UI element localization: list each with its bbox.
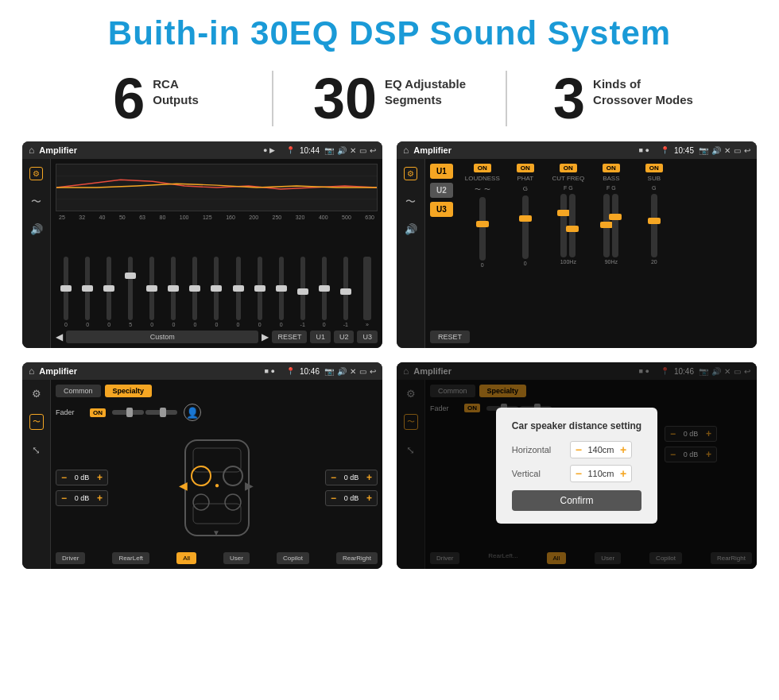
loudness-slider[interactable]: [479, 197, 486, 261]
db-control-bl: − 0 dB +: [56, 490, 108, 506]
confirm-button[interactable]: Confirm: [512, 490, 641, 511]
eq-slider-11: 0: [273, 257, 290, 327]
prev-arrow[interactable]: ◀: [56, 331, 63, 342]
eq-slider-track-12[interactable]: [300, 257, 305, 320]
speaker-sidebar-btn[interactable]: 🔊: [30, 223, 43, 235]
u2-tab[interactable]: U2: [430, 183, 453, 198]
reset-btn-s1[interactable]: RESET: [272, 331, 307, 343]
horizontal-plus[interactable]: +: [620, 443, 626, 456]
back-icon-3[interactable]: ↩: [370, 367, 376, 376]
phat-g-label: G: [523, 185, 528, 192]
back-icon-2[interactable]: ↩: [744, 146, 750, 155]
eq-slider-track-10[interactable]: [258, 257, 262, 320]
eq-slider-track-6[interactable]: [171, 257, 176, 320]
sub-on[interactable]: ON: [645, 164, 663, 172]
back-icon[interactable]: ↩: [370, 146, 376, 155]
eq-sidebar-btn[interactable]: ⚙: [29, 167, 43, 180]
cutfreq-slider-2[interactable]: [569, 194, 576, 257]
eq-slider-track-7[interactable]: [192, 257, 197, 320]
minus-btn-tl[interactable]: −: [61, 472, 67, 483]
minus-btn-bl[interactable]: −: [61, 493, 67, 504]
copilot-btn[interactable]: Copilot: [277, 552, 309, 564]
eq-slider-track-2[interactable]: [85, 257, 90, 320]
cutfreq-label: CUT FREQ: [552, 175, 584, 182]
u1-tab[interactable]: U1: [430, 164, 453, 179]
eq-slider-8: 0: [207, 257, 225, 327]
close-icon-2[interactable]: ✕: [724, 146, 731, 155]
vertical-control: − 110cm +: [570, 465, 632, 482]
loudness-on[interactable]: ON: [474, 164, 491, 172]
wave-sidebar-btn-3[interactable]: 〜: [29, 414, 44, 430]
u3-tab[interactable]: U3: [430, 202, 453, 217]
user-btn[interactable]: User: [223, 552, 250, 564]
fader-slider-h[interactable]: [112, 410, 144, 415]
eq-slider-track-4[interactable]: [128, 257, 133, 320]
rearleft-btn[interactable]: RearLeft: [112, 552, 149, 564]
tilde-icon: 〜: [475, 185, 481, 194]
eq-slider-track-8[interactable]: [214, 257, 219, 320]
f-label: F: [564, 185, 567, 191]
g-label4: G: [652, 185, 656, 191]
all-btn[interactable]: All: [176, 552, 196, 564]
horizontal-minus[interactable]: −: [576, 443, 582, 456]
rearright-btn[interactable]: RearRight: [336, 552, 378, 564]
dialog-row-vertical: Vertical − 110cm +: [512, 465, 641, 482]
eq-slider-12: -1: [294, 257, 312, 327]
eq-slider-track-1[interactable]: [64, 257, 68, 320]
expand-sidebar-btn-3[interactable]: ⤡: [32, 444, 41, 456]
bass-on[interactable]: ON: [603, 164, 620, 172]
driver-btn[interactable]: Driver: [56, 552, 85, 564]
home-icon-2[interactable]: ⌂: [403, 145, 409, 156]
eq-slider-track-9[interactable]: [236, 257, 241, 320]
u2-btn-s1[interactable]: U2: [334, 331, 355, 343]
screen2-dots: ■ ●: [639, 146, 649, 154]
vertical-plus[interactable]: +: [620, 467, 626, 480]
fader-slider-h2[interactable]: [145, 410, 177, 415]
bass-label: BASS: [603, 175, 619, 182]
camera-icon-3: 📷: [324, 367, 334, 376]
eq-slider-track-14[interactable]: [343, 257, 348, 320]
screen3-content: ⚙ 〜 ⤡ Common Specialty Fader ON: [22, 380, 382, 569]
plus-btn-tr[interactable]: +: [366, 472, 372, 483]
wave-sidebar-btn-2[interactable]: 〜: [405, 195, 416, 209]
vertical-minus[interactable]: −: [576, 467, 582, 480]
sub-slider[interactable]: [651, 194, 657, 257]
minus-btn-tr[interactable]: −: [331, 472, 336, 483]
bass-slider-2[interactable]: [612, 194, 618, 257]
reset-btn-s2[interactable]: RESET: [430, 331, 470, 343]
eq-slider-track-5[interactable]: [149, 257, 154, 320]
speaker-sidebar-btn-2[interactable]: 🔊: [405, 223, 417, 235]
loudness-label: LOUDNESS: [465, 175, 500, 182]
stat-rca: 6 RCAOutputs: [48, 70, 264, 127]
wave-sidebar-btn[interactable]: 〜: [31, 195, 41, 209]
eq-sidebar-btn-3[interactable]: ⚙: [32, 388, 41, 400]
u1-btn-s1[interactable]: U1: [310, 331, 331, 343]
fader-on-badge[interactable]: ON: [90, 408, 106, 417]
plus-btn-bl[interactable]: +: [97, 493, 103, 504]
u3-btn-s1[interactable]: U3: [357, 331, 378, 343]
eq-sidebar-btn-2[interactable]: ⚙: [404, 167, 417, 180]
cutfreq-on[interactable]: ON: [560, 164, 577, 172]
home-icon-3[interactable]: ⌂: [29, 365, 34, 377]
home-icon[interactable]: ⌂: [29, 145, 34, 156]
close-icon-3[interactable]: ✕: [350, 367, 356, 376]
next-arrow[interactable]: ▶: [262, 331, 269, 342]
eq-slider-track-expand[interactable]: [363, 257, 371, 320]
user-icon[interactable]: 👤: [184, 404, 201, 421]
fader-control-row: Fader ON 👤: [56, 404, 378, 421]
camera-icon: 📷: [324, 146, 334, 155]
eq-slider-track-11[interactable]: [279, 257, 284, 320]
specialty-tab[interactable]: Specialty: [105, 385, 153, 397]
close-icon[interactable]: ✕: [350, 146, 356, 155]
phat-on[interactable]: ON: [517, 164, 534, 172]
eq-slider-track-13[interactable]: [322, 257, 327, 320]
bass-slider-1[interactable]: [603, 194, 610, 257]
eq-slider-3: 0: [100, 257, 118, 327]
phat-slider[interactable]: [522, 195, 529, 259]
plus-btn-br[interactable]: +: [366, 493, 372, 504]
eq-slider-track-3[interactable]: [107, 257, 111, 320]
common-tab[interactable]: Common: [56, 385, 101, 397]
preset-custom-btn[interactable]: Custom: [66, 331, 258, 343]
minus-btn-br[interactable]: −: [331, 493, 336, 504]
plus-btn-tl[interactable]: +: [97, 472, 103, 483]
